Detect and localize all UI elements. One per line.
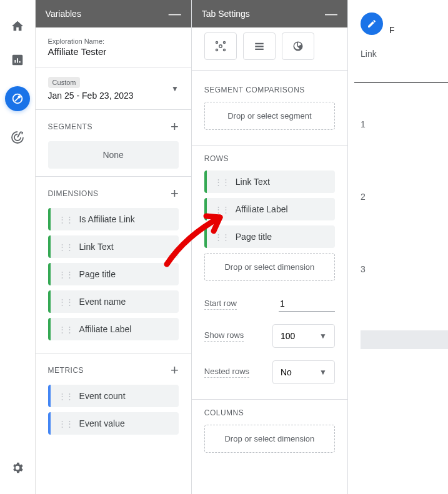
drag-handle-icon: ⋮⋮ xyxy=(58,242,73,252)
results-header: Link xyxy=(361,47,448,77)
columns-title: COLUMNS xyxy=(204,408,335,417)
drag-handle-icon: ⋮⋮ xyxy=(214,232,229,242)
row-chip[interactable]: ⋮⋮Link Text xyxy=(204,170,335,193)
rows-title: ROWS xyxy=(204,154,335,163)
show-rows-field: Show rows 100 ▼ xyxy=(192,318,347,354)
dimensions-section: DIMENSIONS + ⋮⋮Is Affiliate Link ⋮⋮Link … xyxy=(36,177,191,353)
scrollbar-track[interactable] xyxy=(361,330,448,349)
add-dimension-button[interactable]: + xyxy=(171,187,179,200)
visualization-icons xyxy=(192,32,347,70)
edit-fab[interactable] xyxy=(361,12,383,35)
chevron-down-icon: ▼ xyxy=(171,84,179,93)
row-chip[interactable]: ⋮⋮Affiliate Label xyxy=(204,198,335,220)
columns-section: COLUMNS Drop or select dimension xyxy=(192,400,347,462)
results-partial: F xyxy=(389,25,395,35)
dimension-chip[interactable]: ⋮⋮Affiliate Label xyxy=(48,318,179,340)
results-panel: F Link 1 2 3 xyxy=(348,0,448,494)
drag-handle-icon: ⋮⋮ xyxy=(58,419,73,428)
bar-chart-icon[interactable] xyxy=(10,52,25,67)
row-chip[interactable]: ⋮⋮Page title xyxy=(204,225,335,248)
svg-point-6 xyxy=(219,45,222,48)
segment-comparisons-title: SEGMENT COMPARISONS xyxy=(204,86,335,94)
chevron-down-icon: ▼ xyxy=(319,332,327,340)
rows-section: ROWS ⋮⋮Link Text ⋮⋮Affiliate Label ⋮⋮Pag… xyxy=(192,146,347,290)
add-segment-button[interactable]: + xyxy=(171,120,179,134)
metrics-title: METRICS xyxy=(48,366,84,375)
svg-point-5 xyxy=(18,96,20,98)
dimension-chip[interactable]: ⋮⋮Is Affiliate Link xyxy=(48,208,179,230)
metric-chip[interactable]: ⋮⋮Event value xyxy=(48,412,179,435)
variables-body: Exploration Name: Affiliate Tester Custo… xyxy=(36,27,191,494)
minimize-icon[interactable]: — xyxy=(325,7,337,20)
dimension-chip[interactable]: ⋮⋮Link Text xyxy=(48,235,179,258)
minimize-icon[interactable]: — xyxy=(169,7,181,20)
segment-drop-zone[interactable]: Drop or select segment xyxy=(204,102,335,130)
result-row: 3 xyxy=(361,233,448,305)
home-icon[interactable] xyxy=(10,19,25,34)
show-rows-select[interactable]: 100 ▼ xyxy=(272,324,335,348)
viz-option-button[interactable] xyxy=(204,32,237,60)
drag-handle-icon: ⋮⋮ xyxy=(58,325,73,334)
result-row: 2 xyxy=(361,161,448,233)
svg-point-7 xyxy=(216,42,217,44)
variables-panel: Variables — Exploration Name: Affiliate … xyxy=(36,0,192,494)
date-range-picker[interactable]: Custom Jan 25 - Feb 23, 2023 ▼ xyxy=(36,67,191,110)
target-icon[interactable] xyxy=(10,130,25,145)
segments-section: SEGMENTS + None xyxy=(36,110,191,177)
chevron-down-icon: ▼ xyxy=(319,368,327,377)
metric-chip[interactable]: ⋮⋮Event count xyxy=(48,385,179,407)
svg-rect-13 xyxy=(255,49,264,50)
result-row: 1 xyxy=(361,88,448,161)
exploration-label: Exploration Name: xyxy=(48,37,179,45)
tab-settings-panel: Tab Settings — SEGMENT COMPARISONS Drop … xyxy=(192,0,348,494)
segments-title: SEGMENTS xyxy=(48,122,92,131)
nested-rows-select[interactable]: No ▼ xyxy=(272,360,335,384)
add-metric-button[interactable]: + xyxy=(171,363,179,377)
svg-point-9 xyxy=(216,49,217,51)
start-row-label: Start row xyxy=(204,299,237,310)
start-row-field: Start row xyxy=(192,290,347,318)
segments-empty: None xyxy=(48,141,179,169)
exploration-name-block[interactable]: Exploration Name: Affiliate Tester xyxy=(36,32,191,67)
drag-handle-icon: ⋮⋮ xyxy=(58,215,73,224)
tab-settings-header: Tab Settings — xyxy=(192,0,347,27)
drag-handle-icon: ⋮⋮ xyxy=(58,270,73,279)
svg-rect-11 xyxy=(255,43,264,44)
settings-icon[interactable] xyxy=(10,460,25,475)
variables-header: Variables — xyxy=(36,0,191,27)
dimension-chip[interactable]: ⋮⋮Event name xyxy=(48,290,179,313)
svg-rect-1 xyxy=(14,60,16,63)
dimensions-title: DIMENSIONS xyxy=(48,189,99,198)
exploration-name: Affiliate Tester xyxy=(48,46,179,57)
drag-handle-icon: ⋮⋮ xyxy=(214,177,229,187)
variables-title: Variables xyxy=(46,9,81,19)
drag-handle-icon: ⋮⋮ xyxy=(214,205,229,214)
date-badge: Custom xyxy=(48,77,81,88)
viz-option-button[interactable] xyxy=(282,32,314,60)
viz-option-button[interactable] xyxy=(243,32,276,60)
show-rows-label: Show rows xyxy=(204,330,244,342)
drag-handle-icon: ⋮⋮ xyxy=(58,392,73,401)
tab-settings-title: Tab Settings xyxy=(202,9,250,19)
svg-point-8 xyxy=(223,42,225,44)
svg-rect-12 xyxy=(255,46,264,47)
drag-handle-icon: ⋮⋮ xyxy=(58,297,73,307)
metrics-section: METRICS + ⋮⋮Event count ⋮⋮Event value xyxy=(36,353,191,447)
tab-settings-body: SEGMENT COMPARISONS Drop or select segme… xyxy=(192,27,347,494)
segment-comparisons-section: SEGMENT COMPARISONS Drop or select segme… xyxy=(192,70,347,146)
columns-drop-zone[interactable]: Drop or select dimension xyxy=(204,425,335,453)
svg-point-10 xyxy=(223,49,225,51)
nested-rows-label: Nested rows xyxy=(204,367,249,378)
nav-rail xyxy=(0,0,36,494)
svg-rect-2 xyxy=(17,58,18,62)
dimension-chip[interactable]: ⋮⋮Page title xyxy=(48,263,179,285)
svg-rect-3 xyxy=(19,61,21,63)
start-row-input[interactable] xyxy=(279,296,335,312)
nested-rows-field: Nested rows No ▼ xyxy=(192,354,347,400)
date-range: Jan 25 - Feb 23, 2023 xyxy=(48,91,134,101)
explore-icon[interactable] xyxy=(5,86,30,111)
rows-drop-zone[interactable]: Drop or select dimension xyxy=(204,253,335,281)
